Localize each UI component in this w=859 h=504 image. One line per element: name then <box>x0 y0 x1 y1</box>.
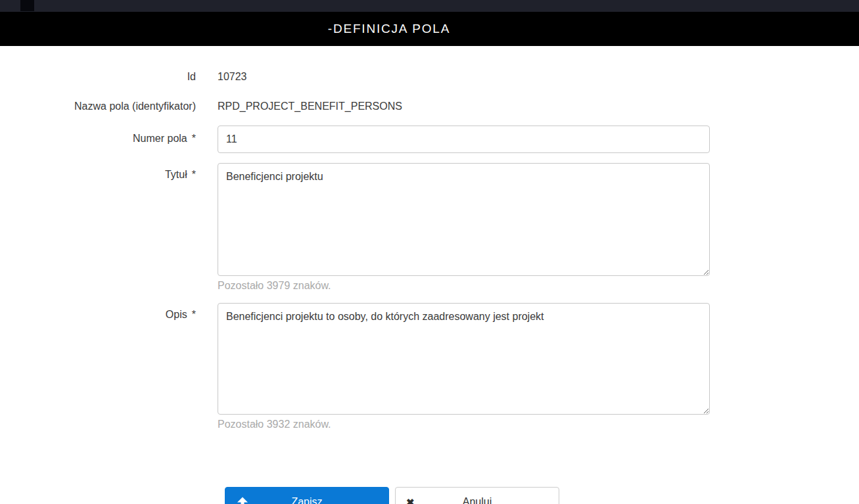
cancel-button-label: Anuluj <box>463 496 492 504</box>
field-name-label: Nazwa pola (identyfikator) <box>0 100 196 113</box>
top-window-strip <box>0 0 859 12</box>
form-row-description: Opis* Beneficjenci projektu to osoby, do… <box>0 303 859 430</box>
cancel-button[interactable]: ✖ Anuluj <box>395 487 559 504</box>
required-asterisk: * <box>192 132 196 145</box>
page-header-bar: -DEFINICJA POLA <box>0 12 859 46</box>
field-number-label: Numer pola* <box>0 126 196 145</box>
field-name-value: RPD_PROJECT_BENEFIT_PERSONS <box>218 100 710 113</box>
save-button-label: Zapisz <box>291 496 322 504</box>
title-chars-remaining: Pozostało 3979 znaków. <box>218 280 710 292</box>
x-icon: ✖ <box>406 497 415 504</box>
description-label: Opis* <box>0 303 196 321</box>
title-label: Tytuł* <box>0 163 196 181</box>
id-label: Id <box>0 70 196 83</box>
form-row-id: Id 10723 <box>0 70 859 83</box>
id-value: 10723 <box>218 70 710 83</box>
field-definition-form: Id 10723 Nazwa pola (identyfikator) RPD_… <box>0 70 859 504</box>
form-row-field-number: Numer pola* <box>0 126 859 153</box>
page-title: -DEFINICJA POLA <box>328 22 450 36</box>
field-number-input[interactable] <box>218 126 710 153</box>
save-button[interactable]: Zapisz <box>225 487 389 504</box>
description-chars-remaining: Pozostało 3932 znaków. <box>218 419 710 430</box>
topbar-dark-square <box>20 0 34 11</box>
form-actions: Zapisz ✖ Anuluj <box>0 487 859 504</box>
title-textarea[interactable]: Beneficjenci projektu <box>218 163 710 276</box>
required-asterisk: * <box>192 168 196 181</box>
form-row-title: Tytuł* Beneficjenci projektu Pozostało 3… <box>0 163 859 292</box>
form-row-field-name: Nazwa pola (identyfikator) RPD_PROJECT_B… <box>0 100 859 113</box>
arrow-up-icon <box>237 497 248 504</box>
required-asterisk: * <box>192 308 196 321</box>
description-textarea[interactable]: Beneficjenci projektu to osoby, do który… <box>218 303 710 415</box>
